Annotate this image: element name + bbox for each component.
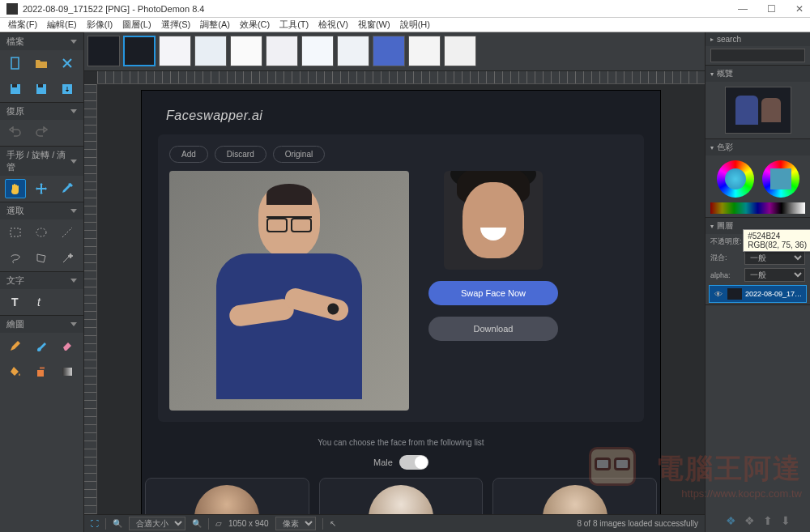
search-input[interactable] (710, 49, 805, 62)
rect-select-tool[interactable] (5, 223, 26, 242)
text-fancy-tool[interactable]: t (31, 292, 52, 312)
thumbnail-item[interactable] (444, 36, 476, 66)
color-header: 色彩 (717, 142, 733, 153)
svg-rect-11 (40, 367, 45, 369)
alpha-select[interactable]: 一般 (744, 268, 805, 282)
export-button[interactable] (57, 79, 78, 99)
thumbnail-item[interactable] (408, 36, 441, 66)
zoom-out-icon[interactable]: 🔍 (113, 519, 122, 528)
save-as-button[interactable] (31, 79, 52, 99)
thumbnail-item[interactable] (373, 36, 405, 66)
eyedropper-tool[interactable] (57, 179, 78, 198)
chevron-down-icon[interactable] (70, 279, 77, 283)
fit-screen-icon[interactable]: ⛶ (91, 519, 99, 528)
minimize-button[interactable]: — (738, 3, 748, 15)
thumbnail-item[interactable] (266, 36, 298, 66)
background-color-wheel[interactable] (762, 160, 799, 198)
clone-tool[interactable] (31, 362, 52, 381)
thumbnail-item[interactable] (159, 36, 191, 66)
text-tool[interactable]: T (5, 292, 26, 312)
close-button[interactable]: ✕ (795, 3, 804, 15)
chevron-down-icon[interactable] (70, 160, 77, 164)
download-button[interactable]: Download (428, 317, 558, 341)
draw-section-label: 繪圖 (6, 318, 24, 330)
discard-button[interactable]: Discard (215, 146, 266, 163)
swap-face-button[interactable]: Swap Face Now (428, 281, 558, 305)
redo-button[interactable] (31, 123, 52, 143)
document-canvas[interactable]: Faceswapper.ai Add Discard Original (142, 91, 660, 514)
faceswapper-title: Faceswapper.ai (142, 109, 660, 134)
vertical-ruler (84, 84, 97, 514)
menu-select[interactable]: 選擇(S) (156, 19, 196, 31)
image-thumbnail-strip (84, 32, 705, 71)
zoom-select[interactable]: 合適大小 (129, 517, 185, 530)
move-tool[interactable] (31, 179, 52, 198)
chevron-down-icon[interactable] (70, 322, 77, 326)
thumbnail-item[interactable] (87, 36, 120, 66)
unit-select[interactable]: 像素 (275, 517, 316, 530)
maximize-button[interactable]: ☐ (767, 3, 776, 15)
blend-select[interactable]: 一般 (744, 251, 805, 265)
pencil-tool[interactable] (5, 336, 26, 355)
lasso-tool[interactable] (5, 249, 26, 268)
svg-point-7 (36, 228, 46, 236)
menu-image[interactable]: 影像(I) (82, 19, 117, 31)
thumbnail-item[interactable] (230, 36, 262, 66)
canvas-area: Faceswapper.ai Add Discard Original (84, 71, 705, 514)
menu-window[interactable]: 視窗(W) (353, 19, 395, 31)
zoom-in-icon[interactable]: 🔍 (192, 519, 202, 528)
close-file-button[interactable] (57, 53, 78, 73)
gradient-tool[interactable] (57, 362, 78, 381)
menu-file[interactable]: 檔案(F) (3, 19, 42, 31)
menu-effect[interactable]: 效果(C) (235, 19, 275, 31)
new-file-button[interactable] (5, 53, 26, 73)
svg-rect-10 (37, 370, 44, 377)
fill-tool[interactable] (5, 362, 26, 381)
hand-tool[interactable] (5, 179, 26, 198)
color-swatch-strip[interactable] (710, 202, 805, 214)
menu-help[interactable]: 說明(H) (395, 19, 435, 31)
thumbnail-item[interactable] (123, 36, 156, 66)
menu-bar: 檔案(F) 編輯(E) 影像(I) 圖層(L) 選擇(S) 調整(A) 效果(C… (0, 18, 810, 32)
add-layer-icon[interactable]: ❖ (726, 514, 736, 527)
foreground-color-wheel[interactable] (717, 160, 754, 198)
choose-face-label: You can choose the face from the followi… (142, 438, 660, 447)
main-face-image (169, 171, 409, 411)
thumbnail-item[interactable] (194, 36, 227, 66)
menu-adjust[interactable]: 調整(A) (195, 19, 235, 31)
svg-rect-0 (11, 57, 19, 69)
undo-button[interactable] (5, 123, 26, 143)
original-button[interactable]: Original (273, 146, 325, 163)
face-option[interactable] (492, 478, 657, 514)
menu-view[interactable]: 檢視(V) (313, 19, 353, 31)
menu-tools[interactable]: 工具(T) (275, 19, 313, 31)
preview-thumbnail[interactable] (725, 87, 791, 134)
eraser-tool[interactable] (57, 336, 78, 355)
layer-down-icon[interactable]: ⬇ (781, 514, 791, 527)
wand-tool[interactable] (57, 249, 78, 268)
thumbnail-item[interactable] (301, 36, 334, 66)
face-option[interactable] (145, 478, 309, 514)
chevron-down-icon[interactable] (70, 40, 77, 44)
thumbnail-item[interactable] (337, 36, 369, 66)
select-section-label: 選取 (6, 205, 24, 217)
line-select-tool[interactable] (57, 223, 78, 242)
menu-layer[interactable]: 圖層(L) (117, 19, 156, 31)
menu-edit[interactable]: 編輯(E) (42, 19, 82, 31)
visibility-icon[interactable]: 👁 (713, 288, 724, 300)
layer-up-icon[interactable]: ⬆ (763, 514, 773, 527)
ellipse-select-tool[interactable] (31, 223, 52, 242)
gender-toggle[interactable] (399, 455, 428, 470)
polygon-select-tool[interactable] (31, 249, 52, 268)
save-button[interactable] (5, 79, 26, 99)
open-file-button[interactable] (31, 53, 52, 73)
duplicate-layer-icon[interactable]: ❖ (744, 514, 755, 527)
layer-thumbnail (727, 288, 742, 300)
brush-tool[interactable] (31, 336, 52, 355)
search-header: search (717, 35, 741, 44)
add-button[interactable]: Add (169, 146, 208, 163)
chevron-down-icon[interactable] (70, 109, 77, 113)
layer-item[interactable]: 👁 2022-08-09_171... (709, 285, 807, 303)
chevron-down-icon[interactable] (70, 209, 77, 213)
face-option[interactable] (319, 478, 484, 514)
